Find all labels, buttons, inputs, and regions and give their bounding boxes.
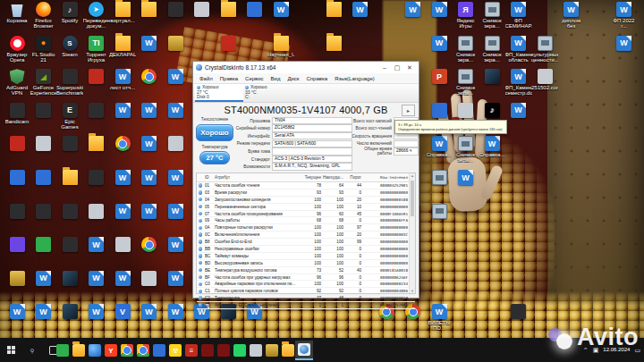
taskbar-app[interactable] [134,341,152,360]
tray-chevron-up-icon[interactable]: ⌃ [583,347,589,354]
desktop-icon[interactable] [56,271,83,298]
desktop-icon[interactable] [30,136,57,163]
desktop-icon[interactable]: W [162,237,189,264]
smart-table-row[interactable]: BDВысокоуровневая запись1001000000000000… [197,260,415,267]
desktop-icon[interactable]: Bandicam [4,103,30,130]
desktop-icon[interactable]: W [136,304,163,331]
desktop-icon[interactable]: SSteam [56,36,83,63]
desktop-icon[interactable] [4,237,30,264]
desktop-icon[interactable]: W [136,170,163,197]
start-button[interactable] [0,338,21,362]
desktop-icon[interactable] [242,2,268,29]
smart-table-row[interactable]: 05Переназначенные сектора100100100000000… [197,204,415,211]
desktop-icon[interactable]: W [30,271,57,298]
smart-table-row[interactable]: 09Часы работы68680000000006FFA [197,217,415,224]
desktop-icon[interactable] [4,136,30,163]
desktop-icon[interactable]: Wдиплом без титула.docx [558,2,585,29]
desktop-icon[interactable]: W [426,2,453,29]
desktop-icon[interactable] [426,204,453,231]
taskbar-app[interactable] [231,341,249,360]
maximize-button[interactable]: ▢ [391,63,403,73]
desktop-icon[interactable]: W [83,271,110,298]
desktop-icon[interactable]: W [109,103,136,130]
smart-table-row[interactable]: BFЧастота ошибок при ударных нагрузках96… [197,274,415,282]
desktop-icon[interactable]: W [162,271,189,298]
taskbar-app[interactable]: ≡ [182,341,200,360]
desktop-icon[interactable] [136,271,163,298]
smart-table-row[interactable]: C3Аппаратное ECC-восстановление110000004… [197,302,415,309]
desktop-icon[interactable] [4,204,30,231]
smart-table-row[interactable]: C1Полных циклов парковок головок92920000… [197,288,415,295]
desktop-icon[interactable]: культурные ценности... [531,36,558,63]
desktop-icon[interactable]: ЯЯндекс Игры [453,2,479,29]
desktop-icon[interactable] [83,136,110,163]
taskbar-app-crystaldiskinfo[interactable] [295,341,313,360]
smart-table-row[interactable]: BBНеисправимые ошибки1001000000000000000 [197,246,415,253]
smart-table-row[interactable]: 0CВключения/отключения100100200000000000… [197,232,415,239]
desktop-icon[interactable]: WФП 2022 г... [611,2,638,29]
desktop-icon[interactable] [136,237,163,264]
desktop-icon[interactable] [136,69,163,96]
menu-item[interactable]: Справка [303,76,332,81]
desktop-icon[interactable]: W [136,204,163,231]
desktop-icon[interactable]: W [426,36,453,63]
desktop-icon[interactable]: W [347,2,374,29]
desktop-icon[interactable] [83,69,110,96]
desktop-icon[interactable]: W [136,36,163,63]
taskbar-app[interactable] [70,341,88,360]
menu-item[interactable]: Вид [267,76,284,81]
desktop-icon[interactable]: Корзина [4,2,30,29]
desktop-icon[interactable]: W [109,271,136,298]
desktop-icon[interactable] [109,237,136,264]
drive-tab[interactable]: Хорошо33 °CC: [243,84,292,102]
desktop-icon[interactable]: W [4,304,30,331]
taskbar-app[interactable] [279,341,297,360]
desktop-icon[interactable] [56,136,83,163]
desktop-icon[interactable]: W [83,237,110,264]
desktop-icon[interactable]: ●FL Studio 21 [30,36,57,63]
desktop-icon[interactable] [162,136,189,163]
smart-table-row[interactable]: B8Ошибки End-to-End10010099000000000000 [197,239,415,246]
desktop-icon[interactable]: 251502.com [531,69,558,96]
desktop-icon[interactable]: W [136,103,163,130]
desktop-icon[interactable]: виртуал... [109,2,136,29]
smart-table-row[interactable]: 07Частота ошибок позиционирования9660450… [197,211,415,218]
desktop-icon[interactable] [83,103,110,130]
taskbar-date[interactable]: 12.06.2024 [603,347,630,353]
taskbar-app[interactable] [215,341,233,360]
smart-table-row[interactable]: 03Время раскрутки93930000000000000 [197,189,415,197]
desktop-icon[interactable]: W [136,136,163,163]
menu-item[interactable]: Диск [284,76,302,81]
desktop-icon[interactable]: WФП_Камен- область р... [505,36,532,63]
taskbar-app[interactable] [199,341,216,360]
desktop-icon[interactable]: W [162,69,189,96]
desktop-icon[interactable]: W [453,170,479,197]
close-button[interactable]: ✕ [403,63,416,73]
taskbar-app[interactable]: ☢ [166,341,184,360]
desktop-icon[interactable] [30,103,57,130]
desktop-icon[interactable] [56,237,83,264]
desktop-icon[interactable]: W [162,103,189,130]
desktop-icon[interactable]: W [162,204,189,231]
desktop-icon[interactable]: Снимок экра... [453,69,479,96]
desktop-icon[interactable] [83,170,110,197]
desktop-icon[interactable]: Superposition Benchmark [56,69,83,96]
desktop-icon[interactable] [30,204,57,231]
window-titlebar[interactable]: CrystalDiskInfo 8.17.13 x64 – ▢ ✕ [193,62,419,73]
desktop-icon[interactable] [320,2,347,29]
desktop-icon[interactable]: Браузер Opera [4,36,30,63]
menu-item[interactable]: Правка [216,76,242,81]
desktop-icon[interactable]: Снимок экра... [453,36,479,63]
desktop-icon[interactable]: WБИЛЕТЫ ПО... [426,304,453,331]
next-drive-button[interactable]: ▸ [402,105,415,116]
menu-item[interactable]: Сервис [242,76,267,81]
desktop-icon[interactable]: W [400,2,427,29]
taskbar-app[interactable] [86,341,104,360]
desktop-icon[interactable]: ◢GeForce Experience [30,69,57,96]
desktop-icon[interactable]: W [611,36,638,63]
desktop-icon[interactable] [83,204,110,231]
taskbar-app[interactable] [263,341,281,360]
desktop-icon[interactable] [56,304,83,331]
smart-table-row[interactable]: BEТемпература воздушного потока735240000… [197,267,415,274]
desktop-icon[interactable] [4,271,30,298]
